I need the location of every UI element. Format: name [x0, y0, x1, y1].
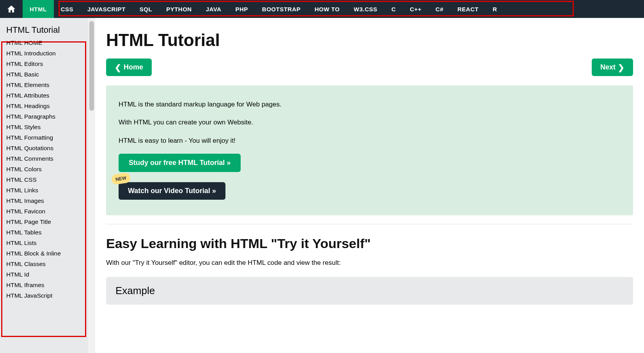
sidebar-item[interactable]: HTML Page Title — [6, 216, 88, 227]
sidebar-item[interactable]: HTML Quotations — [6, 143, 88, 153]
nav-tab-html[interactable]: HTML — [23, 0, 54, 18]
chevron-left-icon: ❮ — [115, 64, 121, 71]
sidebar-item[interactable]: HTML Lists — [6, 238, 88, 248]
section-subtext: With our "Try it Yourself" editor, you c… — [106, 259, 633, 267]
page-title: HTML Tutorial — [106, 30, 633, 50]
sidebar-item[interactable]: HTML Links — [6, 185, 88, 195]
sidebar-item[interactable]: HTML Paragraphs — [6, 111, 88, 122]
sidebar-item[interactable]: HTML Favicon — [6, 206, 88, 216]
nav-tab-howto[interactable]: HOW TO — [307, 0, 346, 18]
chevron-right-icon: ❯ — [618, 64, 624, 71]
nav-tab-javascript[interactable]: JAVASCRIPT — [80, 0, 133, 18]
nav-tab-java[interactable]: JAVA — [199, 0, 229, 18]
sidebar-scrollbar-thumb[interactable] — [89, 21, 94, 111]
sidebar-item[interactable]: HTML Editors — [6, 59, 88, 69]
next-label: Next — [600, 63, 616, 71]
nav-tab-cpp[interactable]: C++ — [403, 0, 429, 18]
nav-tab-python[interactable]: PYTHON — [159, 0, 199, 18]
nav-tab-c[interactable]: C — [384, 0, 403, 18]
sidebar-item[interactable]: HTML Styles — [6, 122, 88, 132]
sidebar-item[interactable]: HTML Attributes — [6, 90, 88, 101]
nav-tab-bootstrap[interactable]: BOOTSTRAP — [255, 0, 308, 18]
sidebar: HTML Tutorial HTML HOME HTML Introductio… — [0, 18, 88, 353]
section-heading: Easy Learning with HTML "Try it Yourself… — [106, 236, 633, 251]
example-heading: Example — [115, 285, 624, 297]
top-nav: HTML CSS JAVASCRIPT SQL PYTHON JAVA PHP … — [0, 0, 644, 18]
sidebar-item[interactable]: HTML CSS — [6, 174, 88, 185]
prev-home-button[interactable]: ❮ Home — [106, 59, 152, 76]
nav-tab-r[interactable]: R — [486, 0, 504, 18]
nav-tab-csharp[interactable]: C# — [429, 0, 451, 18]
sidebar-scrollbar[interactable] — [88, 18, 95, 353]
sidebar-heading: HTML Tutorial — [6, 25, 88, 35]
sidebar-item[interactable]: HTML Block & Inline — [6, 248, 88, 259]
sidebar-item[interactable]: HTML Formatting — [6, 132, 88, 143]
sidebar-item[interactable]: HTML Headings — [6, 101, 88, 111]
sidebar-item[interactable]: HTML Colors — [6, 164, 88, 174]
nav-tab-sql[interactable]: SQL — [133, 0, 159, 18]
sidebar-item[interactable]: HTML HOME — [6, 37, 88, 48]
sidebar-item[interactable]: HTML Comments — [6, 153, 88, 164]
intro-text: With HTML you can create your own Websit… — [119, 117, 621, 128]
sidebar-item[interactable]: HTML JavaScript — [6, 290, 88, 301]
sidebar-item[interactable]: HTML Id — [6, 269, 88, 280]
sidebar-item[interactable]: HTML Iframes — [6, 280, 88, 290]
intro-panel: HTML is the standard markup language for… — [106, 85, 633, 215]
intro-text: HTML is easy to learn - You will enjoy i… — [119, 136, 621, 146]
nav-tab-w3css[interactable]: W3.CSS — [347, 0, 385, 18]
next-button[interactable]: Next ❯ — [592, 59, 633, 76]
sidebar-item[interactable]: HTML Introduction — [6, 48, 88, 59]
nav-tab-css[interactable]: CSS — [54, 0, 80, 18]
home-icon[interactable] — [0, 0, 23, 18]
sidebar-item[interactable]: HTML Basic — [6, 69, 88, 80]
sidebar-item[interactable]: HTML Tables — [6, 227, 88, 238]
video-tutorial-button[interactable]: Watch our Video Tutorial » — [119, 182, 225, 200]
divider — [106, 224, 633, 224]
sidebar-item[interactable]: HTML Classes — [6, 259, 88, 269]
intro-text: HTML is the standard markup language for… — [119, 99, 621, 110]
nav-tab-php[interactable]: PHP — [228, 0, 255, 18]
prev-home-label: Home — [124, 63, 143, 71]
sidebar-item[interactable]: HTML Images — [6, 195, 88, 206]
nav-tab-react[interactable]: REACT — [451, 0, 486, 18]
sidebar-item[interactable]: HTML Elements — [6, 80, 88, 90]
example-panel: Example — [106, 277, 633, 305]
study-tutorial-button[interactable]: Study our free HTML Tutorial » — [119, 154, 241, 172]
main-content: HTML Tutorial ❮ Home Next ❯ HTML is the … — [95, 18, 644, 353]
